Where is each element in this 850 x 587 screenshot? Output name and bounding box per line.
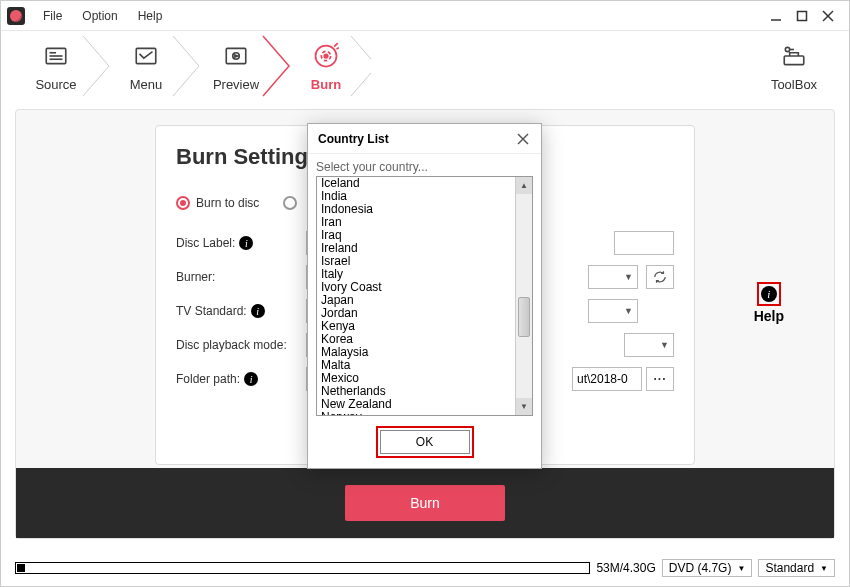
close-button[interactable] — [819, 7, 837, 25]
disc-playback-label: Disc playback mode: — [176, 338, 287, 352]
help-label: Help — [754, 308, 784, 324]
step-preview-label: Preview — [213, 77, 259, 92]
svg-point-13 — [324, 54, 328, 58]
step-menu-label: Menu — [130, 77, 163, 92]
dialog-prompt: Select your country... — [316, 160, 533, 174]
dialog-title-text: Country List — [318, 132, 389, 146]
svg-point-17 — [785, 47, 789, 51]
info-icon[interactable]: i — [251, 304, 265, 318]
app-logo-icon — [7, 7, 25, 25]
source-icon — [41, 41, 71, 71]
menu-option[interactable]: Option — [72, 9, 127, 23]
step-burn[interactable]: Burn — [281, 41, 371, 92]
disc-label-label: Disc Label: — [176, 236, 235, 250]
maximize-button[interactable] — [793, 7, 811, 25]
help-info-icon[interactable]: i — [761, 286, 777, 302]
radio-dot-icon — [283, 196, 297, 210]
help-callout: i Help — [754, 282, 784, 324]
burn-button[interactable]: Burn — [345, 485, 505, 521]
step-menu[interactable]: Menu — [101, 41, 191, 92]
info-icon[interactable]: i — [239, 236, 253, 250]
chevron-down-icon: ▼ — [624, 272, 633, 282]
burn-icon — [311, 41, 341, 71]
list-item[interactable]: Iran — [317, 216, 514, 229]
list-item[interactable]: Norway — [317, 411, 514, 415]
ok-highlight: OK — [376, 426, 474, 458]
scroll-down-icon[interactable]: ▼ — [516, 398, 532, 415]
svg-line-15 — [337, 47, 339, 48]
progress-fill — [17, 564, 25, 572]
step-toolbox-label: ToolBox — [771, 77, 817, 92]
step-preview[interactable]: Preview — [191, 41, 281, 92]
step-toolbox[interactable]: ToolBox — [749, 41, 839, 92]
nav-steps: Source Menu Preview Burn ToolBox — [1, 31, 849, 101]
window-controls — [767, 7, 843, 25]
radio-burn-to-disc[interactable]: Burn to disc — [176, 196, 259, 210]
quality-dropdown[interactable]: Standard▼ — [758, 559, 835, 577]
list-item[interactable]: Israel — [317, 255, 514, 268]
disc-type-dropdown[interactable]: DVD (4.7G)▼ — [662, 559, 753, 577]
disc-label-field2[interactable] — [614, 231, 674, 255]
preview-icon — [221, 41, 251, 71]
menu-help[interactable]: Help — [128, 9, 173, 23]
menu-file[interactable]: File — [33, 9, 72, 23]
folder-path-label: Folder path: — [176, 372, 240, 386]
country-list-dialog: Country List Select your country... Icel… — [307, 123, 542, 469]
step-source[interactable]: Source — [11, 41, 101, 92]
radio-second-option[interactable] — [283, 196, 297, 210]
radio-burn-to-disc-label: Burn to disc — [196, 196, 259, 210]
tv-standard-dropdown-right[interactable]: ▼ — [588, 299, 638, 323]
menu-icon — [131, 41, 161, 71]
svg-rect-16 — [784, 56, 804, 65]
step-burn-label: Burn — [311, 77, 341, 92]
refresh-button[interactable] — [646, 265, 674, 289]
chevron-down-icon: ▼ — [820, 564, 828, 573]
status-bar: 53M/4.30G DVD (4.7G)▼ Standard▼ — [15, 558, 835, 578]
dialog-titlebar: Country List — [308, 124, 541, 154]
minimize-button[interactable] — [767, 7, 785, 25]
burner-dropdown-right[interactable]: ▼ — [588, 265, 638, 289]
scroll-up-icon[interactable]: ▲ — [516, 177, 532, 194]
browse-button[interactable]: ··· — [646, 367, 674, 391]
radio-dot-icon — [176, 196, 190, 210]
ok-button[interactable]: OK — [380, 430, 470, 454]
chevron-down-icon: ▼ — [737, 564, 745, 573]
chevron-down-icon: ▼ — [660, 340, 669, 350]
list-item[interactable]: Indonesia — [317, 203, 514, 216]
info-icon[interactable]: i — [244, 372, 258, 386]
svg-rect-1 — [798, 11, 807, 20]
menubar: File Option Help — [1, 1, 849, 31]
toolbox-icon — [779, 41, 809, 71]
svg-line-14 — [334, 43, 338, 47]
scrollbar[interactable]: ▲ ▼ — [515, 177, 532, 415]
folder-path-display — [572, 367, 642, 391]
tv-standard-label: TV Standard: — [176, 304, 247, 318]
country-listbox[interactable]: IcelandIndiaIndonesiaIranIraqIrelandIsra… — [316, 176, 533, 416]
chevron-down-icon: ▼ — [624, 306, 633, 316]
burner-label: Burner: — [176, 270, 215, 284]
action-bar: Burn — [16, 468, 834, 538]
disc-playback-dropdown-right[interactable]: ▼ — [624, 333, 674, 357]
step-source-label: Source — [35, 77, 76, 92]
disc-usage-progress — [15, 562, 590, 574]
dialog-close-button[interactable] — [515, 131, 531, 147]
scroll-thumb[interactable] — [518, 297, 530, 337]
disc-usage-text: 53M/4.30G — [596, 561, 655, 575]
